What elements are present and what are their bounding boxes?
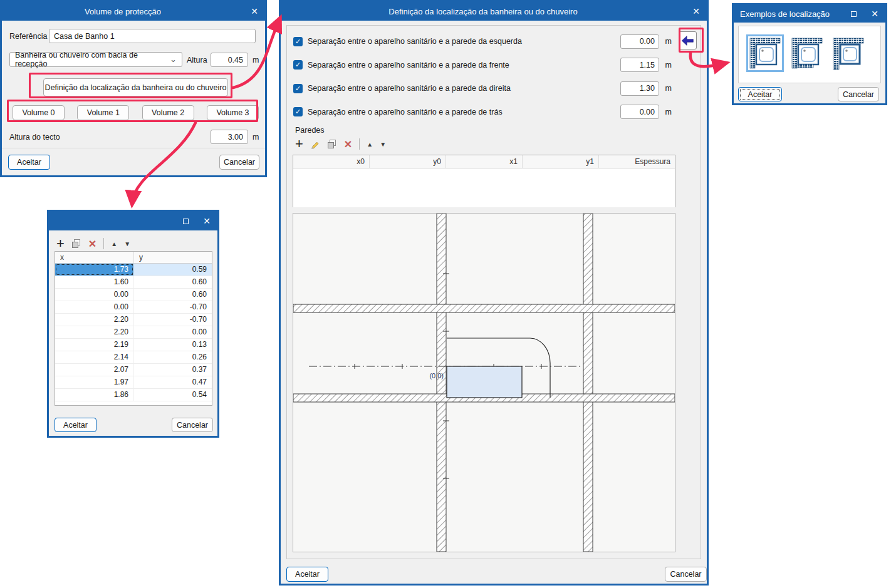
move-up-icon[interactable]: ▲: [367, 141, 373, 148]
delete-icon[interactable]: ✕: [344, 138, 352, 150]
separation-value-input[interactable]: 1.15: [620, 58, 659, 72]
copy-icon[interactable]: [327, 139, 337, 149]
delete-icon[interactable]: ✕: [88, 238, 96, 250]
separation-value-input[interactable]: 0.00: [620, 105, 659, 119]
coords-cell[interactable]: 2.20: [55, 326, 133, 338]
move-up-icon[interactable]: ▲: [111, 240, 117, 247]
coords-cell[interactable]: -0.70: [133, 301, 212, 313]
coords-table-row[interactable]: 2.070.37: [55, 364, 212, 376]
accept-button[interactable]: Aceitar: [8, 155, 50, 170]
definition-location-button[interactable]: Definição da localização da banheira ou …: [43, 78, 228, 96]
volume-2-button[interactable]: Volume 2: [142, 105, 194, 120]
coords-cell[interactable]: 2.20: [55, 314, 133, 326]
examples-area: [738, 26, 881, 83]
coords-cell[interactable]: 0.26: [133, 351, 212, 363]
coords-cell[interactable]: 0.00: [55, 301, 133, 313]
coords-cell[interactable]: 0.00: [55, 289, 133, 301]
walls-column-header: x1: [446, 155, 522, 168]
toolbar-separator: [103, 238, 104, 249]
close-icon[interactable]: ✕: [685, 2, 707, 21]
coords-cell[interactable]: 2.14: [55, 351, 133, 363]
examples-back-button[interactable]: [679, 31, 697, 49]
coordinates-dialog: ✕ + ✕ ▲ ▼ xy 1.730.591.600.600.000.600.0…: [47, 210, 219, 438]
coords-cell[interactable]: 2.07: [55, 364, 133, 376]
coords-table-row[interactable]: 1.970.47: [55, 376, 212, 389]
wall-vertical-left: [437, 214, 446, 552]
separation-checkbox[interactable]: ✓: [293, 84, 303, 93]
divider: [2, 148, 265, 148]
coords-cell[interactable]: 2.19: [55, 339, 133, 351]
cancel-button[interactable]: Cancelar: [219, 155, 259, 170]
accept-button[interactable]: Aceitar: [738, 87, 782, 101]
coords-table-row[interactable]: 1.730.59: [55, 264, 212, 276]
coords-cell[interactable]: 0.13: [133, 339, 212, 351]
cancel-button[interactable]: Cancelar: [172, 418, 213, 432]
altura-input[interactable]: 0.45: [211, 53, 248, 67]
walls-column-header: Espessura: [598, 155, 675, 168]
volume-1-button[interactable]: Volume 1: [77, 105, 129, 120]
close-icon[interactable]: ✕: [196, 212, 217, 230]
coords-cell[interactable]: 0.60: [133, 289, 212, 301]
ceiling-height-input[interactable]: 3.00: [211, 130, 248, 144]
copy-icon[interactable]: [71, 239, 81, 249]
coords-table-row[interactable]: 0.000.60: [55, 289, 212, 301]
screenshot-stage: Volume de protecção ✕ Referência Casa de…: [0, 0, 891, 588]
accept-button[interactable]: Aceitar: [55, 418, 96, 432]
volume-dialog-titlebar: Volume de protecção ✕: [2, 2, 265, 21]
coords-table-row[interactable]: 2.190.13: [55, 339, 212, 351]
maximize-icon[interactable]: [843, 5, 864, 23]
localization-example-2[interactable]: [790, 36, 824, 70]
localization-example-1[interactable]: [746, 34, 784, 72]
coords-table-row[interactable]: 2.140.26: [55, 351, 212, 364]
move-down-icon[interactable]: ▼: [124, 240, 130, 247]
coords-cell[interactable]: 0.37: [133, 364, 212, 376]
maximize-icon[interactable]: [175, 212, 196, 230]
coords-cell[interactable]: 0.47: [133, 376, 212, 388]
location-definition-dialog: Definição da localização da banheira ou …: [279, 0, 709, 585]
separation-value-input[interactable]: 1.30: [620, 81, 659, 96]
coords-cell[interactable]: 1.60: [55, 276, 133, 288]
location-dialog-title: Definição da localização da banheira ou …: [281, 7, 685, 16]
separation-value-input[interactable]: 0.00: [620, 34, 659, 49]
cancel-button[interactable]: Cancelar: [665, 567, 707, 582]
separation-checkbox[interactable]: ✓: [293, 37, 303, 46]
coords-cell[interactable]: 0.54: [133, 389, 212, 401]
coords-cell[interactable]: 1.97: [55, 376, 133, 388]
ceiling-height-label: Altura do tecto: [9, 133, 60, 142]
volume-3-button[interactable]: Volume 3: [207, 105, 259, 120]
bathtub-rect: [447, 366, 522, 398]
add-icon[interactable]: +: [295, 138, 303, 150]
edit-icon[interactable]: [310, 139, 320, 149]
referencia-input[interactable]: Casa de Banho 1: [49, 29, 256, 43]
localization-example-3[interactable]: [831, 36, 865, 70]
volume-0-button[interactable]: Volume 0: [13, 105, 65, 120]
device-type-select[interactable]: Banheira ou chuveiro com bacia de recepç…: [9, 52, 182, 67]
altura-unit: m: [253, 56, 259, 64]
unit-label: m: [665, 84, 672, 93]
coords-cell[interactable]: -0.70: [133, 314, 212, 326]
separation-checkbox[interactable]: ✓: [293, 107, 303, 116]
coords-cell[interactable]: 1.73: [55, 264, 133, 276]
coords-table-row[interactable]: 1.860.54: [55, 389, 212, 401]
altura-label: Altura: [187, 56, 207, 64]
volume-buttons-row: Volume 0Volume 1Volume 2Volume 3: [13, 105, 259, 120]
coords-cell[interactable]: 1.86: [55, 389, 133, 401]
coords-table-row[interactable]: 2.200.00: [55, 326, 212, 339]
move-down-icon[interactable]: ▼: [380, 141, 386, 148]
coords-cell[interactable]: 0.59: [133, 264, 212, 276]
coords-cell[interactable]: 0.00: [133, 326, 212, 338]
chevron-down-icon: ⌄: [170, 56, 177, 63]
coords-column-header: y: [133, 252, 212, 263]
add-icon[interactable]: +: [56, 237, 65, 250]
example-1-icon: [748, 36, 782, 70]
coords-table-row[interactable]: 0.00-0.70: [55, 301, 212, 314]
examples-dialog-titlebar: Exemplos de localização ✕: [734, 5, 885, 23]
close-icon[interactable]: ✕: [864, 5, 885, 23]
coords-cell[interactable]: 0.60: [133, 276, 212, 288]
coords-table-row[interactable]: 1.600.60: [55, 276, 212, 289]
coords-table-row[interactable]: 2.20-0.70: [55, 314, 212, 326]
cancel-button[interactable]: Cancelar: [838, 87, 879, 101]
close-icon[interactable]: ✕: [244, 2, 265, 21]
accept-button[interactable]: Aceitar: [286, 567, 328, 582]
separation-checkbox[interactable]: ✓: [293, 60, 303, 70]
